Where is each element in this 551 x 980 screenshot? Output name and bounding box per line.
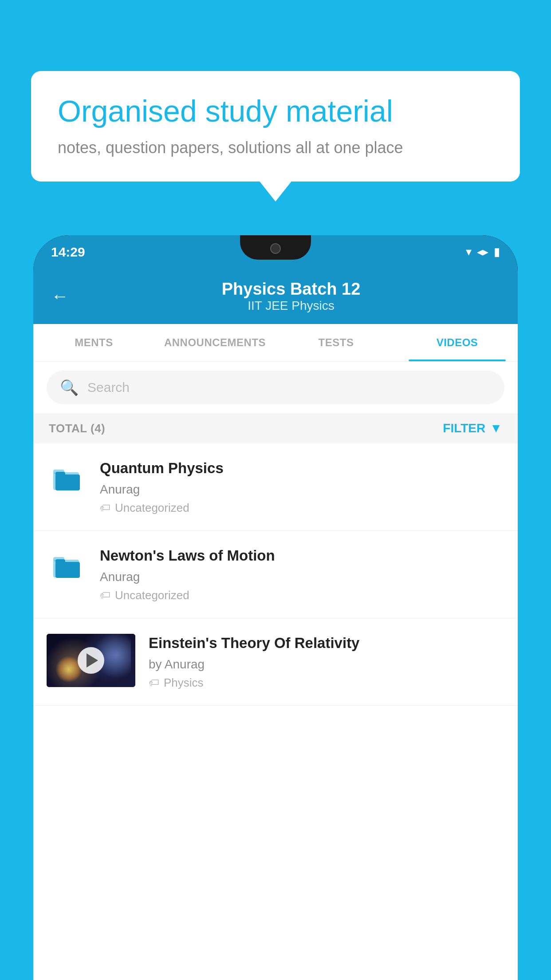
phone-frame: 14:29 ▾ ◂▸ ▮ ← Physics Batch 12 IIT JEE …: [33, 235, 518, 980]
battery-icon: ▮: [494, 245, 500, 259]
list-item[interactable]: Newton's Laws of Motion Anurag 🏷 Uncateg…: [33, 531, 518, 618]
search-placeholder: Search: [87, 380, 130, 395]
tab-ments[interactable]: MENTS: [33, 324, 154, 361]
tag-icon: 🏷: [149, 676, 159, 689]
filter-icon: ▼: [490, 421, 502, 435]
status-icons: ▾ ◂▸ ▮: [466, 245, 500, 259]
header-subtitle: IIT JEE Physics: [82, 299, 500, 313]
tabs-container: MENTS ANNOUNCEMENTS TESTS VIDEOS: [33, 324, 518, 362]
video-author: Anurag: [100, 570, 504, 584]
video-tag: 🏷 Physics: [149, 676, 504, 690]
tab-videos[interactable]: VIDEOS: [397, 324, 518, 361]
speech-bubble-container: Organised study material notes, question…: [31, 71, 520, 182]
header-title: Physics Batch 12: [82, 280, 500, 299]
tag-label: Uncategorized: [115, 501, 189, 515]
folder-icon: [51, 462, 82, 495]
status-bar: 14:29 ▾ ◂▸ ▮: [33, 235, 518, 269]
speech-bubble: Organised study material notes, question…: [31, 71, 520, 182]
app-content: 🔍 Search TOTAL (4) FILTER ▼: [33, 362, 518, 980]
back-button[interactable]: ←: [51, 286, 69, 306]
folder-icon: [51, 550, 82, 583]
svg-rect-3: [55, 472, 65, 476]
list-item[interactable]: Einstein's Theory Of Relativity by Anura…: [33, 618, 518, 706]
video-title: Newton's Laws of Motion: [100, 546, 504, 565]
filter-bar: TOTAL (4) FILTER ▼: [33, 413, 518, 443]
tag-icon: 🏷: [100, 502, 110, 514]
search-icon: 🔍: [60, 379, 79, 396]
play-triangle: [87, 653, 98, 668]
video-title: Quantum Physics: [100, 459, 504, 478]
tag-icon: 🏷: [100, 589, 110, 601]
list-item[interactable]: Quantum Physics Anurag 🏷 Uncategorized: [33, 443, 518, 531]
status-time: 14:29: [51, 245, 85, 260]
svg-rect-2: [55, 474, 80, 490]
filter-label: FILTER: [443, 421, 485, 435]
video-thumbnail: [47, 634, 135, 687]
tag-label: Physics: [164, 676, 204, 690]
total-count: TOTAL (4): [49, 422, 105, 435]
video-author: by Anurag: [149, 657, 504, 672]
video-tag: 🏷 Uncategorized: [100, 501, 504, 515]
video-list: Quantum Physics Anurag 🏷 Uncategorized: [33, 443, 518, 980]
video-title: Einstein's Theory Of Relativity: [149, 634, 504, 653]
search-container: 🔍 Search: [33, 362, 518, 413]
bubble-title: Organised study material: [58, 93, 493, 130]
tab-announcements[interactable]: ANNOUNCEMENTS: [154, 324, 276, 361]
search-bar[interactable]: 🔍 Search: [47, 371, 504, 404]
phone-inner: 14:29 ▾ ◂▸ ▮ ← Physics Batch 12 IIT JEE …: [33, 235, 518, 980]
video-author: Anurag: [100, 482, 504, 497]
notch: [240, 235, 311, 260]
wifi-icon: ▾: [466, 245, 472, 259]
bubble-subtitle: notes, question papers, solutions all at…: [58, 138, 493, 157]
svg-rect-7: [55, 559, 65, 564]
video-info: Einstein's Theory Of Relativity by Anura…: [149, 634, 504, 690]
tag-label: Uncategorized: [115, 589, 189, 602]
video-info: Newton's Laws of Motion Anurag 🏷 Uncateg…: [100, 546, 504, 602]
video-tag: 🏷 Uncategorized: [100, 589, 504, 602]
folder-icon-container: [47, 546, 87, 586]
signal-icon: ◂▸: [477, 245, 488, 259]
svg-rect-6: [55, 562, 80, 578]
folder-icon-container: [47, 459, 87, 499]
tab-tests[interactable]: TESTS: [276, 324, 397, 361]
play-button[interactable]: [78, 647, 104, 674]
app-header: ← Physics Batch 12 IIT JEE Physics: [33, 269, 518, 324]
filter-button[interactable]: FILTER ▼: [443, 421, 502, 435]
header-title-area: Physics Batch 12 IIT JEE Physics: [82, 280, 500, 313]
camera: [270, 243, 281, 254]
video-info: Quantum Physics Anurag 🏷 Uncategorized: [100, 459, 504, 515]
